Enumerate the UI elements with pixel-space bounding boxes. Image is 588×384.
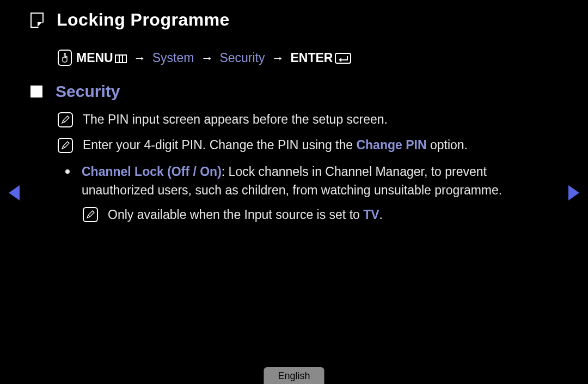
channel-lock-label: Channel Lock (Off / On) xyxy=(82,164,222,179)
section-heading: Security xyxy=(56,82,120,101)
page-bullet-icon xyxy=(30,13,44,28)
language-badge[interactable]: English xyxy=(264,367,324,384)
arrow-icon: → xyxy=(272,51,284,65)
menu-grid-icon xyxy=(115,54,127,63)
breadcrumb-security: Security xyxy=(219,51,265,65)
breadcrumb-menu: MENU xyxy=(76,51,127,65)
enter-icon xyxy=(335,53,351,64)
note-text: The PIN input screen appears before the … xyxy=(83,111,558,129)
note-text: Enter your 4-digit PIN. Change the PIN u… xyxy=(83,136,558,154)
arrow-icon: → xyxy=(200,51,213,65)
change-pin-highlight: Change PIN xyxy=(356,138,426,152)
nav-next-button[interactable] xyxy=(568,185,579,200)
tv-highlight: TV xyxy=(363,208,379,222)
pencil-note-icon xyxy=(58,112,73,127)
breadcrumb-enter: ENTER xyxy=(291,51,352,65)
section-bullet-icon xyxy=(30,86,42,97)
bullet-text: Channel Lock (Off / On): Lock channels i… xyxy=(82,162,558,200)
breadcrumb-system: System xyxy=(152,51,194,65)
bullet-icon xyxy=(65,169,70,174)
breadcrumb: MENU → System → Security → ENTER xyxy=(58,50,558,66)
pencil-note-icon xyxy=(83,207,98,222)
page-title: Locking Programme xyxy=(57,10,230,30)
pencil-note-icon xyxy=(58,138,73,153)
arrow-icon: → xyxy=(133,51,146,65)
hand-icon xyxy=(58,50,72,66)
note-text: Only available when the Input source is … xyxy=(108,205,558,224)
nav-prev-button[interactable] xyxy=(9,185,20,200)
